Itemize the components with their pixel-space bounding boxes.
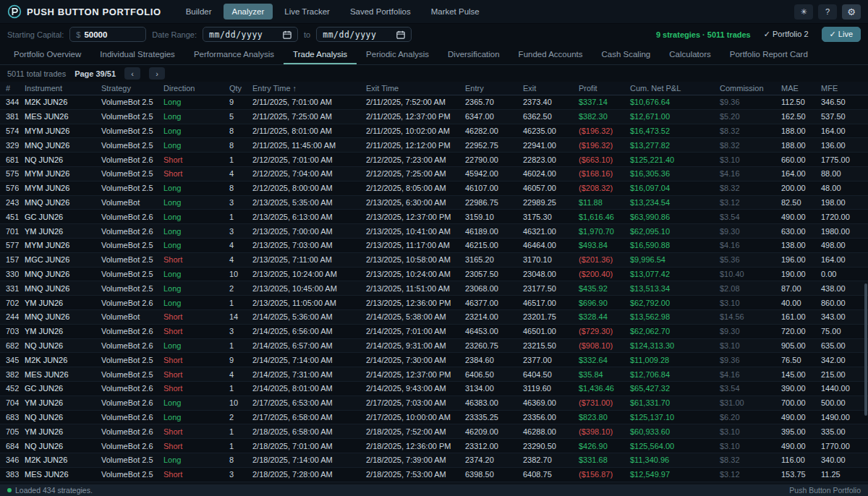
table-row[interactable]: 577MYM JUN26VolumeBot 2.5Long42/13/2025,… <box>0 239 868 253</box>
cell-commission: $3.54 <box>714 213 775 221</box>
table-row[interactable]: 681NQ JUN26VolumeBot 2.6Short12/12/2025,… <box>0 153 868 167</box>
column-header-instrument[interactable]: Instrument <box>19 84 95 93</box>
column-header-cum-net-p-l[interactable]: Cum. Net P&L <box>624 84 714 93</box>
prev-page-button[interactable]: ‹ <box>124 67 140 80</box>
page-indicator: Page 39/51 <box>75 69 116 78</box>
cell-mae: 116.00 <box>775 456 815 464</box>
cell-strategy: VolumeBot 2.5 <box>95 370 158 379</box>
table-row[interactable]: 703YM JUN26VolumeBot 2.6Short32/14/2025,… <box>0 325 868 339</box>
nav-analyzer[interactable]: Analyzer <box>224 4 273 20</box>
settings-gear-icon[interactable]: ⚙ <box>842 4 861 20</box>
tab-diversification[interactable]: Diversification <box>438 45 509 64</box>
cell-: 346 <box>0 456 19 464</box>
cell-strategy: VolumeBot 2.6 <box>95 413 158 422</box>
cell-entry: 3134.00 <box>459 384 517 393</box>
help-icon[interactable]: ? <box>818 4 837 20</box>
table-row[interactable]: 575MYM JUN26VolumeBot 2.5Short42/12/2025… <box>0 167 868 181</box>
tab-calculators[interactable]: Calculators <box>660 45 720 64</box>
table-row[interactable]: 576MYM JUN26VolumeBot 2.5Long82/12/2025,… <box>0 181 868 196</box>
cell-profit: $331.68 <box>573 456 624 464</box>
column-header-direction[interactable]: Direction <box>158 84 224 93</box>
filter-bar: Starting Capital: $ 50000 Date Range: mm… <box>0 24 868 45</box>
table-row[interactable]: 345M2K JUN26VolumeBot 2.5Short92/14/2025… <box>0 353 868 367</box>
table-row[interactable]: 383MES JUN26VolumeBot 2.5Short32/18/2025… <box>0 468 868 482</box>
cell-exit: 23356.00 <box>517 413 573 422</box>
column-header-exit-time[interactable]: Exit Time <box>360 84 459 93</box>
portfolio-2-button[interactable]: ✓ Portfolio 2 <box>757 27 816 42</box>
table-row[interactable]: 344M2K JUN26VolumeBot 2.5Long92/11/2025,… <box>0 95 868 110</box>
tab-funded-accounts[interactable]: Funded Accounts <box>509 45 592 64</box>
column-header-strategy[interactable]: Strategy <box>95 84 158 93</box>
cell-exit-time: 2/11/2025, 12:37:00 PM <box>360 112 459 121</box>
date-range-label: Date Range: <box>152 30 197 39</box>
column-header-profit[interactable]: Profit <box>573 84 624 93</box>
table-row[interactable]: 382MES JUN26VolumeBot 2.5Short42/14/2025… <box>0 367 868 382</box>
nav-saved-portfolios[interactable]: Saved Portfolios <box>341 4 420 20</box>
cell-strategy: VolumeBot 2.6 <box>95 398 158 407</box>
live-button[interactable]: ✓ Live <box>822 27 861 42</box>
table-row[interactable]: 331MNQ JUN26VolumeBot 2.5Long22/13/2025,… <box>0 281 868 296</box>
cell-qty: 3 <box>224 470 247 479</box>
column-header-mae[interactable]: MAE <box>775 84 815 93</box>
tab-individual-strategies[interactable]: Individual Strategies <box>90 45 184 64</box>
table-row[interactable]: 682NQ JUN26VolumeBot 2.6Long12/14/2025, … <box>0 339 868 354</box>
table-row[interactable]: 702YM JUN26VolumeBot 2.6Long12/13/2025, … <box>0 296 868 310</box>
nav-builder[interactable]: Builder <box>177 4 221 20</box>
cell-strategy: VolumeBot 2.6 <box>95 155 158 164</box>
date-to-input[interactable]: mm/dd/yyyy <box>316 27 412 42</box>
cell-strategy: VolumeBot 2.5 <box>95 241 158 249</box>
cell-instrument: NQ JUN26 <box>19 341 95 350</box>
column-header-commission[interactable]: Commission <box>714 84 775 93</box>
table-row[interactable]: 244MNQ JUN26VolumeBotShort142/14/2025, 5… <box>0 310 868 325</box>
table-row[interactable]: 705YM JUN26VolumeBot 2.6Short12/18/2025,… <box>0 424 868 439</box>
tab-portfolio-report-card[interactable]: Portfolio Report Card <box>720 45 817 64</box>
cell-cum-net-p-l: $16,473.52 <box>624 127 714 135</box>
app-title: PUSH BUTTON PORTFOLIO <box>27 7 161 17</box>
table-row[interactable]: 704YM JUN26VolumeBot 2.6Long102/17/2025,… <box>0 396 868 411</box>
nav-live-tracker[interactable]: Live Tracker <box>276 4 339 20</box>
table-row[interactable]: 346M2K JUN26VolumeBot 2.5Long82/18/2025,… <box>0 453 868 468</box>
table-row[interactable]: 683NQ JUN26VolumeBot 2.6Long22/17/2025, … <box>0 411 868 425</box>
cell-strategy: VolumeBot 2.5 <box>95 356 158 364</box>
table-row[interactable]: 701YM JUN26VolumeBot 2.6Long32/13/2025, … <box>0 224 868 239</box>
table-row[interactable]: 243MNQ JUN26VolumeBotLong32/13/2025, 5:3… <box>0 196 868 210</box>
cell-mae: 82.50 <box>775 198 815 207</box>
tab-trade-analysis[interactable]: Trade Analysis <box>284 45 357 64</box>
tab-cash-scaling[interactable]: Cash Scaling <box>592 45 660 64</box>
cell-mfe: 537.50 <box>815 112 862 121</box>
table-row[interactable]: 330MNQ JUN26VolumeBot 2.5Long102/13/2025… <box>0 268 868 282</box>
cell-qty: 5 <box>224 112 247 121</box>
column-header-mfe[interactable]: MFE <box>815 84 862 93</box>
column-header-exit[interactable]: Exit <box>517 84 573 93</box>
tab-portfolio-overview[interactable]: Portfolio Overview <box>4 45 90 64</box>
table-row[interactable]: 684NQ JUN26VolumeBot 2.6Short12/18/2025,… <box>0 439 868 453</box>
cell-commission: $3.54 <box>714 384 775 393</box>
cell-entry: 2384.60 <box>459 356 517 364</box>
cell-cum-net-p-l: $12,706.84 <box>624 370 714 379</box>
table-row[interactable]: 157MGC JUN26VolumeBot 2.5Short42/13/2025… <box>0 253 868 268</box>
cell-exit-time: 2/14/2025, 9:43:00 AM <box>360 384 459 393</box>
date-from-input[interactable]: mm/dd/yyyy <box>203 27 298 42</box>
cell-mfe: 1720.00 <box>815 213 862 221</box>
table-row[interactable]: 574MYM JUN26VolumeBot 2.5Long82/11/2025,… <box>0 124 868 139</box>
next-page-button[interactable]: › <box>149 67 165 80</box>
theme-toggle-icon[interactable]: ✳ <box>794 4 813 20</box>
table-row[interactable]: 381MES JUN26VolumeBot 2.5Long52/11/2025,… <box>0 110 868 124</box>
cell-commission: $9.30 <box>714 327 775 335</box>
cell-mfe: 438.00 <box>815 284 862 293</box>
cell-entry: 22790.00 <box>459 155 517 164</box>
nav-market-pulse[interactable]: Market Pulse <box>422 4 488 20</box>
column-header-[interactable]: # <box>0 84 19 93</box>
column-header-entry-time[interactable]: Entry Time ↑ <box>247 84 360 93</box>
table-row[interactable]: 452GC JUN26VolumeBot 2.6Short12/14/2025,… <box>0 382 868 396</box>
table-row[interactable]: 451GC JUN26VolumeBot 2.6Long12/13/2025, … <box>0 210 868 224</box>
table-row[interactable]: 329MNQ JUN26VolumeBot 2.5Long82/11/2025,… <box>0 138 868 153</box>
starting-capital-input[interactable]: $ 50000 <box>69 27 146 42</box>
tab-performance-analysis[interactable]: Performance Analysis <box>184 45 284 64</box>
tab-periodic-analysis[interactable]: Periodic Analysis <box>357 45 438 64</box>
cell-instrument: MES JUN26 <box>19 470 95 479</box>
cell-: 157 <box>0 255 19 264</box>
column-header-entry[interactable]: Entry <box>459 84 517 93</box>
column-header-qty[interactable]: Qty <box>224 84 247 93</box>
vertical-scrollbar[interactable] <box>864 283 867 416</box>
